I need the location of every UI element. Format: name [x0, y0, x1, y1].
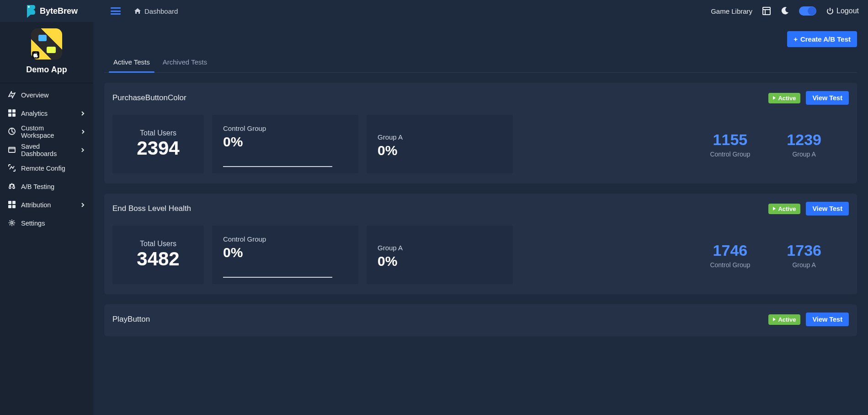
- control-group-label: Control Group: [223, 235, 347, 243]
- sidebar-item-overview[interactable]: Overview: [0, 86, 93, 104]
- group-a-count-label: Group A: [787, 261, 821, 269]
- svg-point-0: [28, 6, 30, 8]
- control-group-panel: Control Group 0%: [212, 226, 358, 284]
- control-count-value: 1155: [710, 131, 750, 149]
- control-group-panel: Control Group 0%: [212, 115, 358, 173]
- analytics-icon: [8, 109, 16, 118]
- group-a-count-col: 1736 Group A: [787, 242, 821, 269]
- sidebar-item-label: Remote Config: [21, 165, 65, 172]
- attribution-icon: [8, 201, 16, 210]
- sidebar-item-label: A/B Testing: [21, 183, 54, 190]
- tab-active-tests[interactable]: Active Tests: [113, 58, 150, 72]
- sidebar-item-label: Settings: [21, 220, 45, 227]
- status-badge: Active: [768, 204, 800, 214]
- sidebar-item-analytics[interactable]: Analytics: [0, 104, 93, 123]
- platform-badge-apple: [32, 51, 39, 59]
- view-test-button[interactable]: View Test: [806, 91, 849, 105]
- topbar-right: Game Library Logout: [711, 6, 859, 16]
- group-a-label: Group A: [378, 133, 502, 141]
- sidebar-item-label: Analytics: [21, 110, 48, 117]
- test-card: PlayButton Active View Test: [104, 304, 857, 336]
- sidebar-item-custom-workspace[interactable]: Custom Workspace: [0, 123, 93, 141]
- control-count-label: Control Group: [710, 261, 750, 269]
- test-card-header: PlayButton Active View Test: [112, 313, 849, 326]
- sidebar-item-label: Custom Workspace: [21, 124, 75, 139]
- status-label: Active: [778, 316, 796, 323]
- test-card: PurchaseButtonColor Active View Test Tot…: [104, 83, 857, 183]
- sidebar: Demo App Overview Analytics Custom Works…: [0, 22, 93, 415]
- sidebar-item-settings[interactable]: Settings: [0, 214, 93, 232]
- control-count-col: 1746 Control Group: [710, 242, 750, 269]
- status-badge: Active: [768, 314, 800, 325]
- menu-toggle-icon[interactable]: [111, 7, 121, 15]
- svg-rect-6: [8, 113, 11, 117]
- ab-testing-icon: [8, 183, 16, 191]
- group-a-pct: 0%: [378, 253, 502, 269]
- group-a-panel: Group A 0%: [367, 115, 513, 173]
- tab-strip: Active Tests Archived Tests: [104, 51, 857, 73]
- sidebar-item-label: Saved Dashboards: [21, 143, 75, 157]
- home-icon: [134, 8, 141, 14]
- custom-workspace-icon: [8, 128, 16, 136]
- sidebar-item-label: Overview: [21, 92, 48, 99]
- counts-panel: 1155 Control Group 1239 Group A: [521, 115, 849, 173]
- logout-button[interactable]: Logout: [826, 7, 859, 15]
- sidebar-item-ab-testing[interactable]: A/B Testing: [0, 178, 93, 196]
- sidebar-item-remote-config[interactable]: Remote Config: [0, 159, 93, 178]
- play-icon: [773, 207, 776, 210]
- brand-mark-icon: [25, 4, 36, 18]
- chevron-right-icon: [80, 148, 85, 152]
- toolbar: + Create A/B Test: [104, 31, 857, 47]
- control-group-bar: [223, 277, 332, 278]
- breadcrumb[interactable]: Dashboard: [134, 7, 178, 15]
- test-title: End Boss Level Health: [112, 204, 191, 213]
- test-body: Total Users 3482 Control Group 0% Group …: [112, 226, 849, 284]
- game-library-link[interactable]: Game Library: [711, 7, 752, 15]
- control-group-pct: 0%: [223, 245, 347, 260]
- create-ab-test-button[interactable]: + Create A/B Test: [787, 31, 857, 47]
- view-test-button[interactable]: View Test: [806, 313, 849, 326]
- tab-archived-tests[interactable]: Archived Tests: [163, 58, 207, 72]
- app-selector[interactable]: Demo App: [0, 22, 93, 83]
- status-label: Active: [778, 205, 796, 212]
- status-label: Active: [778, 95, 796, 102]
- plus-icon: +: [793, 35, 798, 43]
- group-a-count-label: Group A: [787, 151, 821, 158]
- svg-rect-1: [763, 7, 770, 15]
- svg-rect-11: [12, 201, 16, 204]
- test-card-header: End Boss Level Health Active View Test: [112, 202, 849, 216]
- saved-dashboards-icon: [8, 146, 16, 155]
- svg-point-14: [11, 221, 13, 224]
- total-users-value: 2394: [137, 137, 179, 159]
- theme-toggle[interactable]: [799, 6, 816, 16]
- sidebar-item-saved-dashboards[interactable]: Saved Dashboards: [0, 141, 93, 159]
- svg-rect-4: [8, 109, 11, 113]
- brand-logo[interactable]: ByteBrew: [0, 4, 93, 18]
- moon-icon[interactable]: [781, 7, 789, 15]
- remote-config-icon: [8, 164, 16, 173]
- group-a-panel: Group A 0%: [367, 226, 513, 284]
- group-a-count-value: 1239: [787, 131, 821, 149]
- test-card: End Boss Level Health Active View Test T…: [104, 194, 857, 294]
- group-a-count-value: 1736: [787, 242, 821, 259]
- control-group-label: Control Group: [223, 124, 347, 132]
- app-icon: [31, 28, 62, 59]
- topbar: ByteBrew Dashboard Game Library Logout: [0, 0, 868, 22]
- app-name: Demo App: [26, 65, 67, 75]
- control-count-col: 1155 Control Group: [710, 131, 750, 158]
- overview-icon: [8, 91, 16, 100]
- sidebar-item-label: Attribution: [21, 201, 51, 209]
- brand-name: ByteBrew: [40, 6, 78, 16]
- sidebar-item-attribution[interactable]: Attribution: [0, 196, 93, 214]
- create-test-label: Create A/B Test: [800, 35, 851, 43]
- breadcrumb-label: Dashboard: [144, 7, 178, 15]
- control-count-value: 1746: [710, 242, 750, 259]
- total-users-label: Total Users: [140, 240, 176, 248]
- view-test-button[interactable]: View Test: [806, 202, 849, 216]
- svg-rect-7: [12, 113, 16, 117]
- play-icon: [773, 96, 776, 100]
- svg-rect-5: [12, 109, 16, 113]
- play-icon: [773, 318, 776, 321]
- layout-icon[interactable]: [762, 7, 771, 15]
- logout-label: Logout: [836, 7, 859, 15]
